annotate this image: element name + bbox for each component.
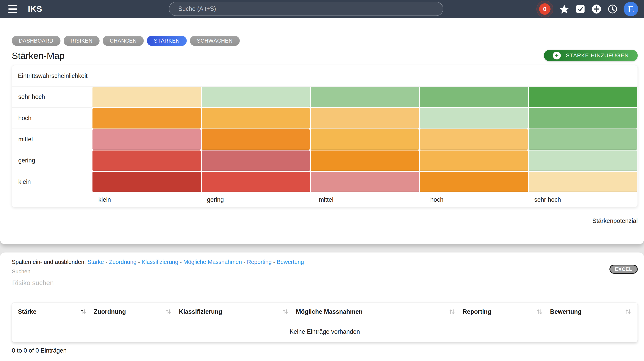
column-header-starke[interactable]: Stärke — [18, 308, 94, 315]
matrix-cell-r4-c3 — [310, 150, 419, 171]
top-navbar: IKS 0 E — [0, 0, 644, 18]
column-toggle-label: Spalten ein- und ausblenden: — [12, 259, 86, 265]
matrix-col-label-sehr-hoch: sehr hoch — [492, 196, 603, 203]
risk-search-input[interactable] — [12, 277, 638, 291]
table-header-row: StärkeZuordnungKlassifizierungMögliche M… — [12, 303, 638, 321]
menu-icon[interactable] — [8, 5, 17, 13]
matrix-cell-r4-c5 — [529, 150, 637, 171]
matrix-y-axis-title: Eintrittswahrscheinlichkeit — [12, 65, 638, 86]
column-header-label: Klassifizierung — [179, 308, 222, 315]
column-header-zuordnung[interactable]: Zuordnung — [94, 308, 179, 315]
column-header-label: Zuordnung — [94, 308, 126, 315]
column-link-bewertung[interactable]: Bewertung — [277, 259, 304, 265]
matrix-cell-r2-c3 — [310, 108, 419, 128]
matrix-cell-r5-c2 — [202, 172, 310, 192]
sort-icon — [448, 308, 456, 315]
matrix-cell-r5-c4 — [420, 172, 528, 192]
user-avatar[interactable]: E — [624, 2, 638, 16]
matrix-cell-r1-c4 — [420, 87, 528, 107]
sort-icon — [165, 308, 172, 315]
sort-icon — [282, 308, 289, 315]
matrix-cell-r1-c3 — [310, 87, 419, 107]
tab-risiken[interactable]: RISIKEN — [64, 36, 100, 46]
matrix-cell-r2-c5 — [529, 108, 637, 128]
matrix-row-label-mittel: mittel — [12, 129, 92, 150]
matrix-cell-r1-c5 — [529, 87, 637, 107]
matrix-cell-r1-c1 — [92, 87, 201, 107]
matrix-row-label-klein: klein — [12, 171, 92, 192]
matrix-cell-r5-c1 — [92, 172, 201, 192]
matrix-row-label-sehr-hoch: sehr hoch — [12, 86, 92, 108]
tab-schwachen[interactable]: SCHWÄCHEN — [190, 36, 240, 46]
strengths-table-panel: Spalten ein- und ausblenden: Stärke - Zu… — [0, 253, 644, 361]
column-header-label: Reporting — [462, 308, 491, 315]
matrix-cell-r5-c5 — [529, 172, 637, 192]
matrix-cell-r3-c5 — [529, 129, 637, 150]
column-link-reporting[interactable]: Reporting — [247, 259, 272, 265]
column-link-klassifizierung[interactable]: Klassifizierung — [142, 259, 178, 265]
link-separator: - — [242, 259, 246, 265]
sort-icon — [624, 308, 632, 315]
global-search — [169, 2, 443, 16]
excel-export-button[interactable]: EXCEL — [610, 265, 638, 274]
table-footer-count: 0 to 0 of 0 Einträgen — [12, 347, 638, 354]
column-header-mogliche-massnahmen[interactable]: Mögliche Massnahmen — [296, 308, 462, 315]
matrix-cell-r2-c2 — [202, 108, 310, 128]
tasks-check-icon[interactable] — [575, 4, 586, 14]
matrix-col-label-mittel: mittel — [271, 196, 382, 203]
matrix-col-label-klein: klein — [49, 196, 160, 203]
add-strength-button[interactable]: + STÄRKE HINZUFÜGEN — [544, 50, 638, 61]
matrix-cell-r2-c4 — [420, 108, 528, 128]
column-header-klassifizierung[interactable]: Klassifizierung — [179, 308, 296, 315]
matrix-x-axis-title: Stärkenpotenzial — [12, 217, 638, 224]
link-separator: - — [104, 259, 108, 265]
history-clock-icon[interactable] — [608, 4, 618, 14]
tab-chancen[interactable]: CHANCEN — [103, 36, 144, 46]
matrix-cell-r1-c2 — [202, 87, 310, 107]
column-link-zuordnung[interactable]: Zuordnung — [109, 259, 136, 265]
strengths-matrix-card: Eintrittswahrscheinlichkeit sehr hochhoc… — [12, 65, 638, 207]
matrix-cell-r3-c4 — [420, 129, 528, 150]
matrix-cell-r4-c1 — [92, 150, 201, 171]
link-separator: - — [178, 259, 182, 265]
column-toggle-links: Stärke - Zuordnung - Klassifizierung - M… — [87, 259, 304, 265]
column-toggle-row: Spalten ein- und ausblenden: Stärke - Zu… — [12, 259, 638, 265]
link-separator: - — [272, 259, 275, 265]
column-header-reporting[interactable]: Reporting — [462, 308, 550, 315]
panel-divider — [0, 244, 644, 253]
page-title: Stärken-Map — [12, 50, 64, 61]
matrix-row-label-hoch: hoch — [12, 108, 92, 129]
matrix-cell-r2-c1 — [92, 108, 201, 128]
column-header-bewertung[interactable]: Bewertung — [550, 308, 632, 315]
matrix-cell-r3-c3 — [310, 129, 419, 150]
strengths-map-panel: DASHBOARDRISIKENCHANCENSTÄRKENSCHWÄCHEN … — [0, 18, 644, 244]
page-head: Stärken-Map + STÄRKE HINZUFÜGEN — [12, 50, 638, 61]
matrix-col-label-gering: gering — [160, 196, 271, 203]
matrix-cell-r3-c2 — [202, 129, 310, 150]
sort-icon — [80, 308, 87, 315]
global-search-input[interactable] — [169, 2, 443, 16]
column-link-mogliche-massnahmen[interactable]: Mögliche Massnahmen — [184, 259, 242, 265]
column-header-label: Stärke — [18, 308, 36, 315]
app-brand: IKS — [28, 4, 42, 14]
add-strength-label: STÄRKE HINZUFÜGEN — [566, 52, 629, 59]
strengths-table: StärkeZuordnungKlassifizierungMögliche M… — [12, 302, 638, 342]
matrix-cell-r5-c3 — [310, 172, 419, 192]
column-header-label: Mögliche Massnahmen — [296, 308, 362, 315]
matrix-x-axis-labels: kleingeringmittelhochsehr hoch — [49, 192, 603, 207]
matrix-cell-r4-c2 — [202, 150, 310, 171]
tab-dashboard[interactable]: DASHBOARD — [12, 36, 60, 46]
matrix-cell-r4-c4 — [420, 150, 528, 171]
navbar-actions: 0 E — [539, 0, 638, 18]
link-separator: - — [136, 259, 140, 265]
search-section-label: Suchen — [12, 268, 638, 275]
column-header-label: Bewertung — [550, 308, 582, 315]
star-icon[interactable] — [559, 4, 570, 14]
add-circle-icon[interactable] — [592, 4, 602, 14]
tab-starken[interactable]: STÄRKEN — [147, 36, 187, 46]
table-empty-message: Keine Einträge vorhanden — [12, 321, 638, 342]
module-tabs: DASHBOARDRISIKENCHANCENSTÄRKENSCHWÄCHEN — [12, 36, 638, 46]
notification-badge[interactable]: 0 — [539, 3, 550, 15]
strengths-matrix-grid: sehr hochhochmittelgeringklein — [12, 86, 638, 192]
column-link-starke[interactable]: Stärke — [87, 259, 104, 265]
